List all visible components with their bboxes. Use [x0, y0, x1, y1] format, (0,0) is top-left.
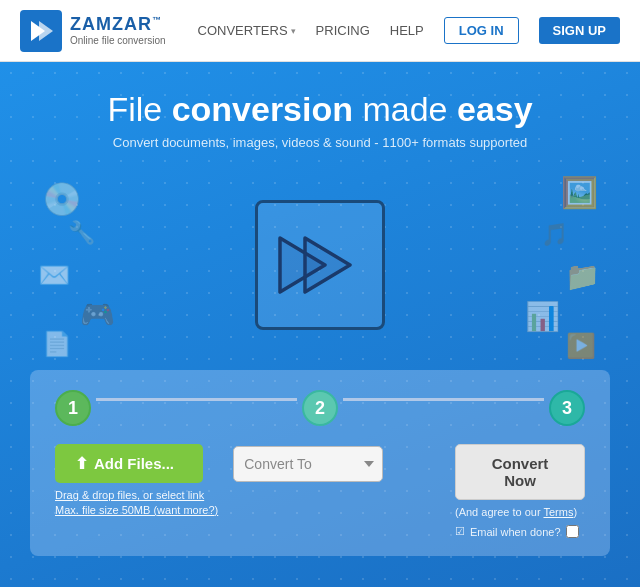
svg-marker-1 [39, 21, 53, 41]
float-icon-pie: 📊 [525, 300, 560, 333]
email-when-done-label: Email when done? [470, 526, 561, 538]
hero-section: File conversion made easy Convert docume… [0, 62, 640, 587]
float-icon-folder: 📁 [565, 260, 600, 293]
header: ZAMZAR™ Online file conversion CONVERTER… [0, 0, 640, 62]
chevron-down-icon: ▾ [291, 26, 296, 36]
upload-icon: ⬆ [75, 454, 88, 473]
logo-subtitle: Online file conversion [70, 35, 166, 47]
email-when-done-row: ☑ Email when done? [455, 525, 579, 538]
float-icon-music: 🎵 [541, 222, 568, 248]
hero-subtitle: Convert documents, images, videos & soun… [20, 135, 620, 150]
step-connector-1-2 [96, 398, 297, 401]
logo-area: ZAMZAR™ Online file conversion [20, 10, 198, 52]
email-when-done-checkbox[interactable] [566, 525, 579, 538]
hero-title: File conversion made easy [20, 90, 620, 129]
logo-text: ZAMZAR™ Online file conversion [70, 14, 166, 48]
nav-help[interactable]: HELP [390, 23, 424, 38]
svg-marker-5 [305, 238, 350, 292]
select-link[interactable]: select link [156, 489, 204, 501]
step-1-area: ⬆ Add Files... Drag & drop files, or sel… [55, 444, 218, 519]
zamzar-logo-icon [20, 10, 62, 52]
center-illustration: 💿 🔧 ✉️ 🎮 📄 🖼️ 🎵 📁 📊 ▶️ [0, 160, 640, 370]
steps-number-row: 1 2 3 [55, 390, 585, 426]
main-nav: CONVERTERS ▾ PRICING HELP LOG IN SIGN UP [198, 17, 620, 44]
nav-pricing[interactable]: PRICING [316, 23, 370, 38]
float-icon-image: 🖼️ [561, 175, 598, 210]
step-1-note: Drag & drop files, or select link Max. f… [55, 488, 218, 519]
want-more-link[interactable]: want more? [157, 504, 214, 516]
float-icon-wrench: 🔧 [68, 220, 95, 246]
logo-title: ZAMZAR™ [70, 14, 166, 36]
step-2-circle: 2 [302, 390, 338, 426]
terms-link[interactable]: Terms [543, 506, 573, 518]
login-button[interactable]: LOG IN [444, 17, 519, 44]
signup-button[interactable]: SIGN UP [539, 17, 620, 44]
float-icon-cd: 💿 [42, 180, 82, 218]
convert-to-select[interactable]: Convert To [233, 446, 383, 482]
step-3-area: Convert Now (And agree to our Terms) ☑ E… [455, 444, 585, 538]
center-logo-box [255, 200, 385, 330]
step-2-area: Convert To [233, 444, 440, 482]
hero-text: File conversion made easy Convert docume… [0, 62, 640, 160]
checkbox-icon: ☑ [455, 525, 465, 538]
steps-area: 1 2 3 ⬆ Add Files... Drag & drop files, … [30, 370, 610, 556]
float-icon-gamepad: 🎮 [80, 298, 115, 331]
float-icon-plane: ✉️ [38, 260, 70, 291]
convert-now-button[interactable]: Convert Now [455, 444, 585, 500]
step-3-circle: 3 [549, 390, 585, 426]
float-icon-film: 📄 [42, 330, 72, 358]
step-3-agree-note: (And agree to our Terms) [455, 505, 577, 520]
add-files-button[interactable]: ⬆ Add Files... [55, 444, 203, 483]
step-connector-2-3 [343, 398, 544, 401]
steps-controls-row: ⬆ Add Files... Drag & drop files, or sel… [55, 444, 585, 538]
nav-converters[interactable]: CONVERTERS ▾ [198, 23, 296, 38]
step-1-circle: 1 [55, 390, 91, 426]
float-icon-video: ▶️ [566, 332, 596, 360]
